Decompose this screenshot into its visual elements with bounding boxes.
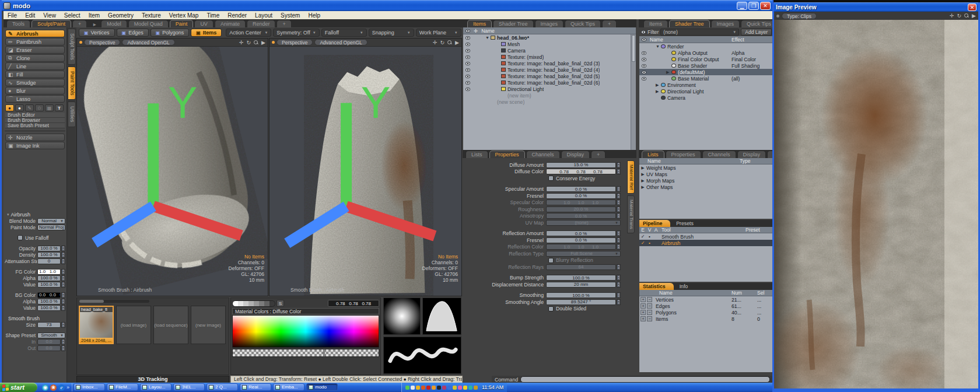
spinner[interactable]: ▴▾ bbox=[617, 200, 621, 205]
tool-button[interactable]: ╱ Line bbox=[5, 62, 65, 70]
start-button[interactable]: start bbox=[0, 383, 37, 392]
eye-icon[interactable] bbox=[466, 43, 470, 46]
tray-icon[interactable] bbox=[463, 386, 467, 390]
spinner[interactable]: ▴▾ bbox=[617, 169, 621, 174]
item-row[interactable]: ▼ head_06.lwo* bbox=[463, 34, 636, 41]
property-field[interactable]: 1.0 1.0 1.0▼ bbox=[546, 244, 616, 250]
extra-tool-button[interactable]: ✢ Nozzle bbox=[5, 134, 65, 141]
value-field[interactable]: 100.0 %▼ bbox=[37, 252, 61, 258]
expand-arrow-icon[interactable]: ▼ bbox=[656, 44, 661, 48]
menu-item[interactable]: Texture bbox=[138, 12, 165, 19]
eye-icon[interactable] bbox=[466, 55, 470, 59]
expand-arrow-icon[interactable]: ▶ bbox=[656, 83, 661, 88]
value-field[interactable]: Smooth▼ bbox=[37, 332, 65, 338]
layout-tab[interactable]: Animate bbox=[215, 20, 246, 27]
statistics-row[interactable]: + − Items 8 0 bbox=[639, 316, 774, 322]
maximize-button[interactable]: ❒ bbox=[748, 2, 759, 10]
select-add-button[interactable]: + bbox=[640, 303, 646, 309]
tray-icon[interactable] bbox=[411, 386, 415, 390]
tray-icon[interactable] bbox=[458, 386, 462, 390]
expand-arrow-icon[interactable]: ▶ bbox=[639, 185, 646, 190]
tray-icon[interactable] bbox=[416, 386, 420, 390]
property-field[interactable]: 100.0 %▼ bbox=[546, 275, 616, 281]
layout-tab[interactable]: Model Quad bbox=[128, 20, 169, 27]
panel-subtab[interactable]: Lists bbox=[642, 150, 664, 158]
spinner[interactable]: ▴▾ bbox=[61, 292, 65, 298]
zoom-icon[interactable] bbox=[964, 13, 969, 18]
tray-icon[interactable] bbox=[421, 386, 425, 390]
gray-swatches[interactable] bbox=[232, 300, 275, 307]
eye-icon[interactable] bbox=[642, 51, 646, 55]
item-row[interactable]: Directional Light bbox=[463, 86, 636, 92]
brush-tip-hard-icon[interactable]: ● bbox=[15, 104, 24, 111]
value-field[interactable]: 100.0 %▼ bbox=[37, 305, 61, 311]
visible-dot-icon[interactable]: • bbox=[646, 234, 653, 239]
panel-subtab[interactable]: Lists bbox=[466, 150, 488, 158]
spinner[interactable]: ▴▾ bbox=[61, 269, 65, 275]
pan-icon[interactable]: ✛ bbox=[239, 40, 244, 46]
panel-subtab[interactable]: + bbox=[591, 150, 606, 158]
taskbar-task-button[interactable]: 2 Q... bbox=[206, 383, 238, 391]
zoom-icon[interactable] bbox=[254, 40, 258, 45]
eye-icon[interactable] bbox=[466, 81, 470, 85]
value-field[interactable]: 1.0 1.0 1.0▼ bbox=[37, 269, 61, 275]
eye-icon[interactable] bbox=[466, 36, 470, 40]
shader-row[interactable]: Camera bbox=[639, 94, 774, 101]
spinner[interactable]: ▴▾ bbox=[617, 275, 621, 281]
clip-thumbnail[interactable]: head_bake_fi head_bake_fi 2048 x 2048, .… bbox=[79, 306, 114, 344]
layout-tab[interactable]: Tools bbox=[6, 20, 30, 27]
select-add-button[interactable]: + bbox=[640, 310, 646, 315]
value-field[interactable]: Normal Proj ...▼ bbox=[37, 225, 65, 230]
shader-row[interactable]: ▶ Directional Light bbox=[639, 88, 774, 94]
taskbar-task-button[interactable]: FileM... bbox=[107, 383, 138, 391]
spinner[interactable]: ▴▾ bbox=[617, 193, 621, 199]
layout-tab[interactable]: Sculpt/Paint bbox=[32, 20, 71, 27]
value-field[interactable]: 100.0 %▼ bbox=[37, 299, 61, 304]
color-value-field[interactable]: 0.78 0.78 0.78 bbox=[328, 300, 379, 307]
eye-icon[interactable] bbox=[642, 71, 646, 74]
taskbar-task-button[interactable]: Emba... bbox=[273, 383, 304, 391]
expand-arrow-icon[interactable]: ▼ bbox=[485, 36, 491, 40]
select-subtract-button[interactable]: − bbox=[647, 316, 652, 321]
value-field[interactable]: 0▼ bbox=[37, 258, 61, 264]
pipeline-row[interactable]: ✓ • Airbrush bbox=[639, 240, 774, 246]
preview-title-bar[interactable]: Image Preview ✕ bbox=[774, 2, 978, 12]
property-field[interactable]: Full Scene▼ bbox=[546, 251, 621, 257]
expand-arrow-icon[interactable]: ▶ bbox=[666, 70, 671, 75]
toolbar-dropdown[interactable]: Falloff▼ bbox=[321, 29, 367, 37]
property-field[interactable]: 20 mm▼ bbox=[546, 282, 616, 288]
spinner[interactable]: ▴▾ bbox=[61, 282, 65, 288]
tray-icon[interactable] bbox=[437, 386, 441, 390]
panel-subtab[interactable]: Display bbox=[561, 150, 590, 158]
tray-icon[interactable] bbox=[405, 386, 410, 390]
component-mode-button[interactable]: ▣Vertices bbox=[79, 29, 115, 37]
material-trans-tab[interactable]: Material Trans bbox=[627, 195, 635, 233]
command-input[interactable] bbox=[520, 376, 770, 383]
item-row[interactable]: (new item) bbox=[463, 92, 636, 99]
hue-saturation-field[interactable] bbox=[232, 315, 379, 348]
tool-button[interactable]: ∿ Smudge bbox=[5, 79, 65, 86]
spinner[interactable]: ▴▾ bbox=[61, 252, 65, 258]
panel-subtab[interactable]: Channels bbox=[526, 150, 560, 158]
property-field[interactable]: 0.78 0.78 0.78▼ bbox=[546, 169, 616, 174]
statistics-row[interactable]: + − Vertices 21... ... bbox=[639, 296, 774, 303]
list-row[interactable]: ▶ Weight Maps bbox=[639, 164, 774, 171]
sidebar-vertical-tab[interactable]: Utilities bbox=[68, 102, 76, 127]
eye-icon[interactable] bbox=[466, 68, 470, 72]
checkbox[interactable] bbox=[548, 176, 554, 181]
expand-icon[interactable]: ▶ bbox=[261, 40, 265, 46]
preview-close-button[interactable]: ✕ bbox=[968, 4, 977, 11]
quick-launch-overflow-icon[interactable]: » bbox=[66, 384, 69, 390]
expand-arrow-icon[interactable]: ▶ bbox=[656, 89, 661, 94]
extra-tool-button[interactable]: ▣ Image Ink bbox=[5, 142, 65, 149]
panel-tab[interactable]: Shader Tree bbox=[669, 20, 710, 27]
spinner[interactable]: ▴▾ bbox=[61, 275, 65, 281]
component-mode-button[interactable]: ▣Edges bbox=[117, 29, 149, 37]
select-add-button[interactable]: + bbox=[640, 297, 646, 302]
viewport-canvas[interactable]: No Items Channels: 0 Deformers: OFF GL: … bbox=[77, 47, 268, 296]
component-mode-button[interactable]: ▣Polygons bbox=[150, 29, 190, 37]
internet-explorer-icon[interactable]: e bbox=[58, 384, 65, 391]
panel-subtab[interactable]: Properties bbox=[489, 150, 525, 158]
zoom-icon[interactable] bbox=[447, 40, 452, 45]
collapse-arrow-icon[interactable]: ▾ bbox=[7, 212, 9, 217]
